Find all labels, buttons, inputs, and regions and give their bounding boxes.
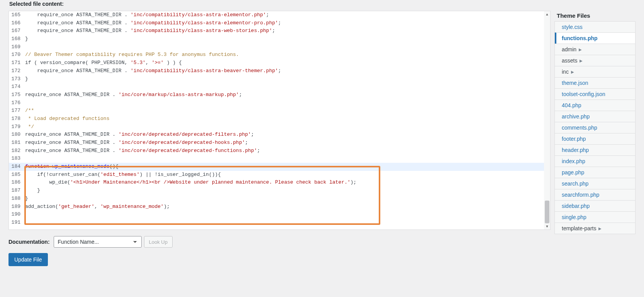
code-source[interactable]: require_once ASTRA_THEME_DIR . 'inc/core… — [24, 139, 550, 147]
sidebar-item-searchform-php[interactable]: searchform.php — [555, 189, 635, 200]
code-line[interactable]: 182require_once ASTRA_THEME_DIR . 'inc/c… — [9, 147, 550, 155]
code-source[interactable]: if(!current_user_can('edit_themes') || !… — [24, 171, 550, 179]
code-line[interactable]: 171if ( version_compare( PHP_VERSION, '5… — [9, 59, 550, 67]
code-line[interactable]: 166 require_once ASTRA_THEME_DIR . 'inc/… — [9, 19, 550, 27]
vertical-scrollbar[interactable]: ▲ ▼ — [544, 11, 550, 230]
code-source[interactable]: require_once ASTRA_THEME_DIR . 'inc/core… — [24, 147, 550, 155]
code-source[interactable]: /** — [24, 107, 550, 115]
sidebar-item-search-php[interactable]: search.php — [555, 178, 635, 189]
code-line[interactable]: 184function wp_maintenance_mode(){ — [9, 163, 550, 171]
code-line[interactable]: 180require_once ASTRA_THEME_DIR . 'inc/c… — [9, 131, 550, 139]
file-link[interactable]: sidebar.php — [555, 201, 635, 211]
file-link[interactable]: 404.php — [555, 100, 635, 111]
sidebar-item-footer-php[interactable]: footer.php — [555, 133, 635, 144]
sidebar-item-style-css[interactable]: style.css — [555, 21, 635, 32]
code-line[interactable]: 181require_once ASTRA_THEME_DIR . 'inc/c… — [9, 139, 550, 147]
scroll-up-icon[interactable]: ▲ — [544, 11, 550, 17]
sidebar-item-404-php[interactable]: 404.php — [555, 100, 635, 111]
sidebar-item-sidebar-php[interactable]: sidebar.php — [555, 200, 635, 211]
code-line[interactable]: 188} — [9, 195, 550, 203]
code-line[interactable]: 169 — [9, 43, 550, 51]
file-link[interactable]: archive.php — [555, 111, 635, 122]
code-editor[interactable]: 165 require_once ASTRA_THEME_DIR . 'inc/… — [8, 11, 551, 230]
lookup-button[interactable]: Look Up — [144, 236, 173, 248]
sidebar-item-header-php[interactable]: header.php — [555, 144, 635, 155]
code-source[interactable]: function wp_maintenance_mode(){ — [24, 163, 550, 171]
code-source[interactable] — [24, 83, 550, 91]
code-line[interactable]: 178 * Load deprecated functions — [9, 115, 550, 123]
code-source[interactable]: // Beaver Themer compatibility requires … — [24, 51, 550, 59]
sidebar-item-single-php[interactable]: single.php — [555, 211, 635, 223]
code-source[interactable] — [24, 99, 550, 107]
sidebar-item-template-parts[interactable]: template-parts▶ — [555, 223, 635, 234]
code-line[interactable]: 190 — [9, 211, 550, 219]
code-source[interactable]: } — [24, 187, 550, 195]
sidebar-item-inc[interactable]: inc▶ — [555, 66, 635, 77]
code-line[interactable]: 170// Beaver Themer compatibility requir… — [9, 51, 550, 59]
file-link[interactable]: footer.php — [555, 133, 635, 144]
code-source[interactable]: */ — [24, 123, 550, 131]
file-link[interactable]: comments.php — [555, 122, 635, 133]
folder-label[interactable]: assets▶ — [555, 55, 635, 66]
documentation-select[interactable]: Function Name... — [54, 236, 142, 248]
file-link[interactable]: header.php — [555, 145, 635, 155]
code-line[interactable]: 165 require_once ASTRA_THEME_DIR . 'inc/… — [9, 11, 550, 19]
code-source[interactable]: require_once ASTRA_THEME_DIR . 'inc/comp… — [24, 19, 550, 27]
folder-label[interactable]: admin▶ — [555, 44, 635, 55]
code-source[interactable]: } — [24, 195, 550, 203]
code-source[interactable]: * Load deprecated functions — [24, 115, 550, 123]
sidebar-item-assets[interactable]: assets▶ — [555, 55, 635, 66]
update-file-button[interactable]: Update File — [8, 253, 48, 266]
code-source[interactable]: require_once ASTRA_THEME_DIR . 'inc/core… — [24, 131, 550, 139]
file-link[interactable]: style.css — [555, 22, 635, 32]
sidebar-item-theme-json[interactable]: theme.json — [555, 77, 635, 88]
sidebar-item-page-php[interactable]: page.php — [555, 167, 635, 178]
code-line[interactable]: 186 wp_die('<h1>Under Maintenance</h1><b… — [9, 179, 550, 187]
file-link[interactable]: searchform.php — [555, 189, 635, 200]
code-source[interactable]: require_once ASTRA_THEME_DIR . 'inc/comp… — [24, 27, 550, 35]
code-source[interactable] — [24, 155, 550, 163]
sidebar-item-admin[interactable]: admin▶ — [555, 44, 635, 55]
file-link[interactable]: theme.json — [555, 78, 635, 88]
code-source[interactable]: add_action('get_header', 'wp_maintenance… — [24, 203, 550, 211]
code-line[interactable]: 173} — [9, 75, 550, 83]
code-line[interactable]: 185 if(!current_user_can('edit_themes') … — [9, 171, 550, 179]
code-line[interactable]: 177/** — [9, 107, 550, 115]
code-line[interactable]: 191 — [9, 219, 550, 227]
code-line[interactable]: 179 */ — [9, 123, 550, 131]
file-link[interactable]: index.php — [555, 156, 635, 167]
code-source[interactable]: } — [24, 75, 550, 83]
folder-label[interactable]: template-parts▶ — [555, 223, 635, 234]
folder-label[interactable]: inc▶ — [555, 66, 635, 77]
code-line[interactable]: 183 — [9, 155, 550, 163]
code-source[interactable]: } — [24, 35, 550, 43]
code-line[interactable]: 168} — [9, 35, 550, 43]
scroll-down-icon[interactable]: ▼ — [544, 223, 550, 230]
sidebar-item-index-php[interactable]: index.php — [555, 155, 635, 167]
code-source[interactable]: wp_die('<h1>Under Maintenance</h1><br />… — [24, 179, 550, 187]
code-source[interactable]: if ( version_compare( PHP_VERSION, '5.3'… — [24, 59, 550, 67]
file-link[interactable]: search.php — [555, 178, 635, 189]
file-link[interactable]: single.php — [555, 212, 635, 223]
code-source[interactable] — [24, 211, 550, 219]
code-line[interactable]: 174 — [9, 83, 550, 91]
code-line[interactable]: 175require_once ASTRA_THEME_DIR . 'inc/c… — [9, 91, 550, 99]
code-source[interactable] — [24, 219, 550, 227]
file-link[interactable]: page.php — [555, 167, 635, 178]
code-source[interactable]: require_once ASTRA_THEME_DIR . 'inc/core… — [24, 91, 550, 99]
code-line[interactable]: 172 require_once ASTRA_THEME_DIR . 'inc/… — [9, 67, 550, 75]
file-link[interactable]: functions.php — [556, 33, 635, 44]
file-link[interactable]: toolset-config.json — [555, 89, 635, 100]
code-line[interactable]: 189add_action('get_header', 'wp_maintena… — [9, 203, 550, 211]
sidebar-item-functions-php[interactable]: functions.php — [555, 32, 635, 44]
code-source[interactable]: require_once ASTRA_THEME_DIR . 'inc/comp… — [24, 11, 550, 19]
code-source[interactable] — [24, 43, 550, 51]
code-source[interactable]: require_once ASTRA_THEME_DIR . 'inc/comp… — [24, 67, 550, 75]
scroll-thumb[interactable] — [545, 201, 549, 223]
code-line[interactable]: 167 require_once ASTRA_THEME_DIR . 'inc/… — [9, 27, 550, 35]
sidebar-item-comments-php[interactable]: comments.php — [555, 122, 635, 133]
sidebar-item-archive-php[interactable]: archive.php — [555, 111, 635, 122]
sidebar-item-toolset-config-json[interactable]: toolset-config.json — [555, 88, 635, 100]
code-line[interactable]: 176 — [9, 99, 550, 107]
code-line[interactable]: 187 } — [9, 187, 550, 195]
